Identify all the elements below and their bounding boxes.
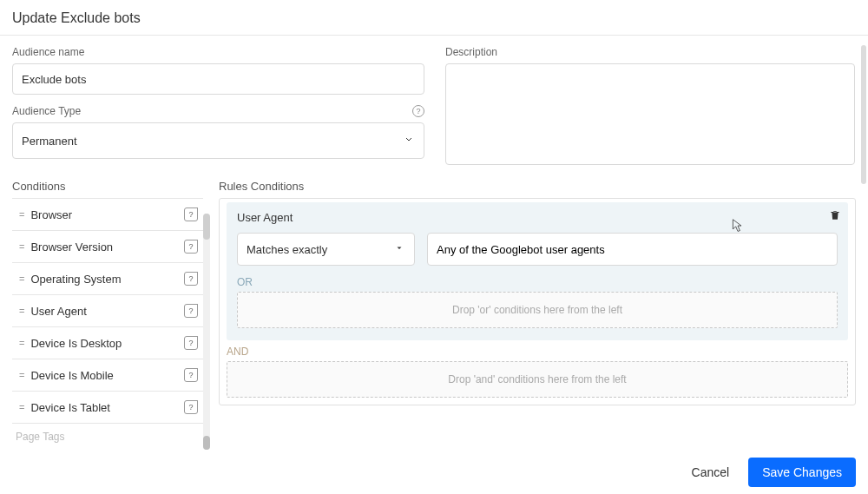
page-title: Update Exclude bots [12, 10, 856, 26]
scrollbar-thumb-bottom[interactable] [203, 436, 210, 450]
drag-handle-icon: = [19, 209, 23, 220]
drag-handle-icon: = [19, 241, 23, 252]
and-label: AND [227, 346, 848, 358]
conditions-title: Conditions [12, 180, 203, 193]
match-value-input[interactable] [427, 233, 838, 266]
page-scrollbar[interactable] [861, 45, 866, 462]
condition-item-operating-system[interactable]: = Operating System ? [12, 263, 203, 295]
external-help-icon[interactable]: ? [184, 336, 198, 350]
condition-item-browser-version[interactable]: = Browser Version ? [12, 231, 203, 263]
rule-card-title: User Agent [237, 211, 838, 224]
page-header: Update Exclude bots [0, 0, 868, 36]
audience-name-label: Audience name [12, 46, 424, 58]
condition-item-device-desktop[interactable]: = Device Is Desktop ? [12, 327, 203, 359]
drag-handle-icon: = [19, 370, 23, 380]
audience-type-select[interactable]: Permanent [12, 122, 424, 159]
or-label: OR [237, 276, 838, 288]
conditions-list: = Browser ? = Browser Version ? = Operat… [12, 198, 203, 424]
audience-name-input[interactable] [12, 63, 424, 95]
rule-card-user-agent: User Agent Matches exactly OR [227, 202, 848, 340]
save-changes-button[interactable]: Save Changes [748, 458, 856, 487]
description-label: Description [445, 46, 855, 58]
page-scrollbar-thumb[interactable] [861, 45, 866, 184]
audience-type-label: Audience Type ? [12, 105, 424, 117]
drag-handle-icon: = [19, 338, 23, 348]
condition-item-browser[interactable]: = Browser ? [12, 199, 203, 231]
external-help-icon[interactable]: ? [184, 304, 198, 318]
external-help-icon[interactable]: ? [184, 368, 198, 382]
drag-handle-icon: = [19, 273, 23, 284]
rules-conditions-title: Rules Conditions [219, 180, 856, 193]
description-textarea[interactable] [445, 63, 855, 165]
external-help-icon[interactable]: ? [184, 240, 198, 254]
help-icon[interactable]: ? [412, 105, 424, 117]
external-help-icon[interactable]: ? [184, 207, 198, 221]
and-drop-zone[interactable]: Drop 'and' conditions here from the left [227, 361, 848, 398]
drag-handle-icon: = [19, 306, 23, 316]
trash-icon[interactable] [829, 209, 841, 224]
scrollbar-thumb-top[interactable] [203, 214, 210, 240]
match-operator-select[interactable]: Matches exactly [237, 233, 415, 266]
or-drop-zone[interactable]: Drop 'or' conditions here from the left [237, 292, 838, 328]
external-help-icon[interactable]: ? [184, 400, 198, 414]
external-help-icon[interactable]: ? [184, 272, 198, 286]
drag-handle-icon: = [19, 402, 23, 412]
page-tags-hint: Page Tags [12, 424, 203, 443]
cancel-button[interactable]: Cancel [688, 458, 733, 486]
condition-item-device-mobile[interactable]: = Device Is Mobile ? [12, 359, 203, 392]
condition-item-device-tablet[interactable]: = Device Is Tablet ? [12, 392, 203, 424]
rules-box: User Agent Matches exactly OR [219, 198, 856, 405]
conditions-scrollbar[interactable] [203, 214, 210, 450]
condition-item-user-agent[interactable]: = User Agent ? [12, 295, 203, 327]
